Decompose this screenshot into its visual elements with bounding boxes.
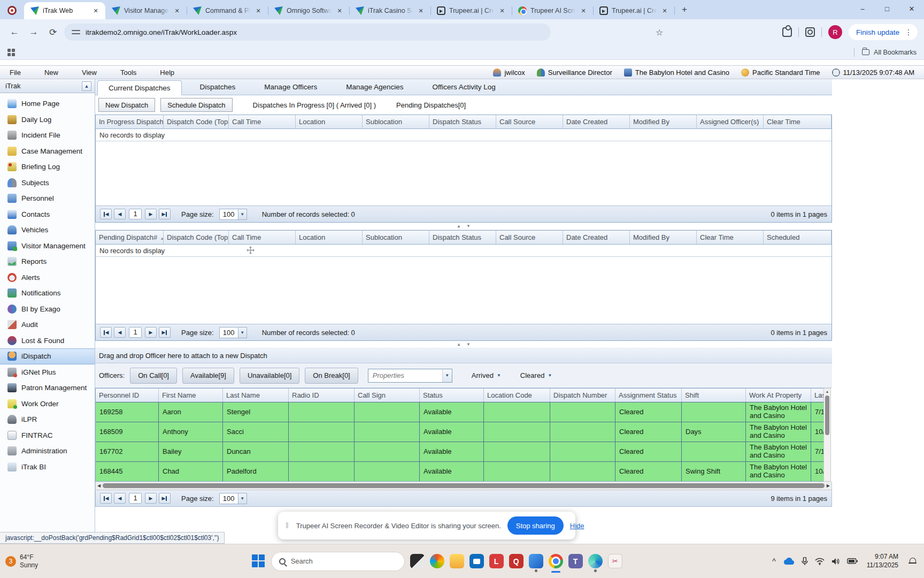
col-work-at-property[interactable]: Work At Property [746,389,811,402]
taskbar-app-teams[interactable]: T [568,554,583,568]
sidebar-item-notifications[interactable]: Notifications [0,285,95,301]
sidebar-item-vehicles[interactable]: Vehicles [0,222,95,238]
pager-page-input[interactable]: 1 [129,493,142,504]
tray-chevron-icon[interactable]: ^ [772,557,776,566]
new-dispatch-button[interactable]: New Dispatch [98,98,155,112]
col-modified-by[interactable]: Modified By [630,231,697,244]
menu-view[interactable]: View [82,69,97,77]
schedule-dispatch-button[interactable]: Schedule Dispatch [160,98,232,112]
tab-manage-agencies[interactable]: Manage Agencies [335,80,414,95]
dispatch-dropzone[interactable]: Drag and drop Officer here to attach to … [95,348,832,363]
sidebar-item-itrak-bi[interactable]: iTrak BI [0,459,95,475]
col-dispatch-code[interactable]: Dispatch Code (Topic) [164,115,229,128]
taskbar-app-l[interactable]: L [489,554,504,568]
new-tab-button[interactable]: + [677,3,691,17]
pager-prev-button[interactable]: ◀ [114,209,126,219]
col-call-time[interactable]: Call Time [229,231,296,244]
tab-close-icon[interactable]: ✕ [91,6,100,15]
site-settings-icon[interactable] [72,28,80,36]
taskbar-app-power-automate[interactable] [529,554,543,568]
sidebar-item-audit[interactable]: Audit [0,317,95,333]
tab-close-icon[interactable]: ✕ [660,6,669,15]
col-dispatch-number[interactable]: Dispatch Number [550,389,615,402]
sidebar-item-briefing-log[interactable]: Briefing Log [0,159,95,175]
pager-page-input[interactable]: 1 [129,209,142,219]
sidebar-item-personnel[interactable]: Personnel [0,191,95,207]
browser-tab-visitor-management[interactable]: Visitor Managem ✕ [105,2,187,19]
start-button[interactable] [252,554,266,568]
wifi-icon[interactable] [815,558,825,565]
tab-close-icon[interactable]: ✕ [335,6,344,15]
col-scheduled[interactable]: Scheduled [764,231,831,244]
apps-grid-icon[interactable] [7,49,15,56]
finish-update-button[interactable]: Finish update ⋮ [849,24,918,40]
col-location[interactable]: Location [296,115,363,128]
taskbar-app-copilot[interactable] [430,554,444,568]
url-text[interactable]: itrakdemo2.omnigo.one/iTrak/WorkLoader.a… [86,28,237,36]
sidebar-item-home-page[interactable]: Home Page [0,96,95,112]
col-sublocation[interactable]: Sublocation [363,231,429,244]
tab-close-icon[interactable]: ✕ [254,6,263,15]
pager-first-button[interactable]: ◀ [100,493,112,504]
taskbar-app-trupeer[interactable] [588,554,603,568]
sidebar-item-administration[interactable]: Administration [0,443,95,459]
battery-icon[interactable] [847,558,858,564]
col-shift[interactable]: Shift [682,389,746,402]
stop-sharing-button[interactable]: Stop sharing [507,516,564,535]
pager-next-button[interactable]: ▶ [145,493,157,504]
sidebar-item-bi-by-exago[interactable]: BI by Exago [0,301,95,317]
bookmark-star-icon[interactable]: ☆ [656,27,663,37]
onedrive-icon[interactable] [783,557,795,565]
tab-close-icon[interactable]: ✕ [498,6,506,15]
taskbar-app-file-explorer[interactable] [450,554,464,568]
col-location[interactable]: Location [296,231,363,244]
window-minimize-button[interactable]: – [850,0,875,17]
weather-widget[interactable]: 3 64°FSunny [0,553,102,569]
sidebar-item-idispatch[interactable]: iDispatch [0,348,95,364]
taskbar-app-snipping-tool[interactable] [608,554,622,568]
officers-horizontal-scrollbar[interactable]: ◀ ▶ [95,482,832,490]
arrived-dropdown[interactable]: Arrived▼ [472,371,501,379]
filter-unavailable-button[interactable]: Unavailable[0] [240,368,299,384]
sidebar-item-visitor-management[interactable]: Visitor Management [0,238,95,254]
filter-available-button[interactable]: Available[9] [182,368,234,384]
pager-prev-button[interactable]: ◀ [114,493,126,504]
scrollbar-thumb[interactable] [103,483,825,488]
tab-close-icon[interactable]: ✕ [173,6,181,15]
browser-tab-itrak-casino[interactable]: iTrak Casino Sec ✕ [349,2,430,19]
col-last-clear[interactable]: Las [811,389,823,402]
forward-button[interactable]: → [26,24,42,40]
browser-menu-icon[interactable]: ⋮ [903,28,914,36]
drag-grip-icon[interactable]: ‖ [286,521,290,530]
col-call-source[interactable]: Call Source [496,231,563,244]
pager-first-button[interactable]: ◀ [100,327,112,338]
col-call-time[interactable]: Call Time [229,115,296,128]
col-dispatch-code[interactable]: Dispatch Code (Topic) [164,231,229,244]
taskbar-search[interactable]: Search [271,552,405,571]
taskbar-app-q[interactable]: Q [509,554,523,568]
window-maximize-button[interactable]: □ [875,0,899,17]
tab-manage-officers[interactable]: Manage Officers [253,80,328,95]
menu-tools[interactable]: Tools [120,69,136,77]
hide-toast-link[interactable]: Hide [570,522,584,530]
sidebar-item-fintrac[interactable]: FINTRAC [0,428,95,444]
pager-first-button[interactable]: ◀ [100,209,112,219]
properties-combobox[interactable]: Properties▼ [368,369,452,383]
col-clear-time[interactable]: Clear Time [764,115,831,128]
tab-officers-activity-log[interactable]: Officers Activity Log [422,80,506,95]
col-date-created[interactable]: Date Created [563,231,630,244]
all-bookmarks-button[interactable]: All Bookmarks [874,49,917,56]
col-modified-by[interactable]: Modified By [630,115,697,128]
browser-tab-trupeer-screen[interactable]: Trupeer AI Scree ✕ [512,2,593,19]
pager-last-button[interactable]: ▶ [159,209,171,219]
microphone-icon[interactable] [802,557,808,566]
col-sublocation[interactable]: Sublocation [363,115,429,128]
taskbar-app-microsoft-store[interactable] [469,554,484,568]
tab-current-dispatches[interactable]: Current Dispatches [97,80,182,95]
browser-tab-trupeer-create-2[interactable]: Trupeer.ai | Crea ✕ [593,2,674,19]
col-personnel-id[interactable]: Personnel ID [96,389,159,402]
sidebar-item-incident-file[interactable]: Incident File [0,127,95,143]
sidebar-item-ilpr[interactable]: iLPR [0,412,95,428]
col-status[interactable]: Status [420,389,484,402]
sidebar-item-alerts[interactable]: Alerts [0,270,95,286]
